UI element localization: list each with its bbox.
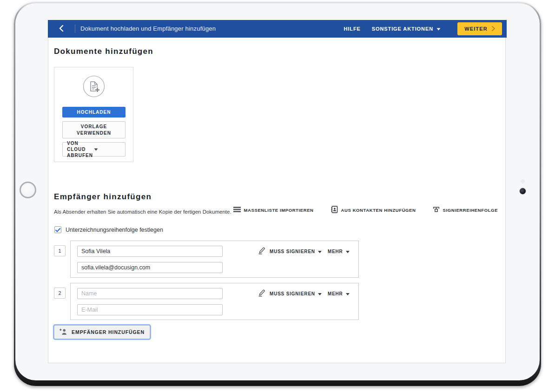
tablet-bezel: Dokument hochladen und Empfänger hinzufü… <box>15 3 540 380</box>
sender-copy-note: Als Absender erhalten Sie automatisch ei… <box>54 209 231 215</box>
recipient-order-badge: 1 <box>54 245 66 256</box>
signing-order-button[interactable]: SIGNIERREIHENFOLGE <box>433 206 498 214</box>
app-header: Dokument hochladen und Empfänger hinzufü… <box>48 20 507 38</box>
recipient-more-dropdown[interactable]: MEHR <box>328 291 350 296</box>
caret-down-icon <box>346 291 350 296</box>
header-actions: HILFE SONSTIGE AKTIONEN WEITER <box>344 20 502 38</box>
chevron-right-icon <box>492 26 495 32</box>
recipient-email-input[interactable] <box>77 304 223 315</box>
pen-icon <box>258 289 266 299</box>
document-upload-card: HOCHLADEN VORLAGE VERWENDEN VON CLOUD AB… <box>54 67 133 162</box>
recipients-heading: Empfänger hinzufügen <box>54 192 152 202</box>
page-title: Dokument hochladen und Empfänger hinzufü… <box>80 20 216 38</box>
signing-order-checkbox-row: Unterzeichnungsreihenfolge festlegen <box>54 226 163 233</box>
recipient-actions-row: MASSENLISTE IMPORTIEREN AUS KONTAKTEN HI… <box>233 206 498 214</box>
caret-down-icon <box>318 249 322 254</box>
signing-order-checkbox-label: Unterzeichnungsreihenfolge festlegen <box>66 227 163 233</box>
recipient-role-dropdown[interactable]: MUSS SIGNIEREN <box>270 291 322 296</box>
recipient-more-dropdown[interactable]: MEHR <box>328 249 350 254</box>
chevron-left-icon <box>59 25 64 33</box>
recipient-role-group: MUSS SIGNIEREN <box>258 288 322 299</box>
tablet-frame: Dokument hochladen und Empfänger hinzufü… <box>14 2 541 386</box>
next-button[interactable]: WEITER <box>457 22 502 35</box>
ambient-sensor-dot <box>521 179 525 183</box>
signing-order-icon <box>433 206 440 214</box>
back-button[interactable] <box>55 24 67 34</box>
recipient-name-input[interactable] <box>77 288 223 299</box>
other-actions-menu[interactable]: SONSTIGE AKTIONEN <box>372 26 441 32</box>
caret-down-icon <box>436 26 441 32</box>
add-recipient-button[interactable]: EMPFÄNGER HINZUFÜGEN <box>54 325 150 339</box>
screenshot-stage: Dokument hochladen und Empfänger hinzufü… <box>0 0 555 392</box>
recipient-row: MUSS SIGNIEREN MEHR <box>70 283 359 320</box>
home-button[interactable] <box>20 182 36 198</box>
envelope-editor-page: Dokument hochladen und Empfänger hinzufü… <box>48 20 506 363</box>
header-divider <box>75 25 75 33</box>
caret-down-icon <box>318 291 322 296</box>
recipient-name-input[interactable] <box>77 246 223 257</box>
recipient-row: MUSS SIGNIEREN MEHR <box>70 241 359 278</box>
use-template-button[interactable]: VORLAGE VERWENDEN <box>62 121 126 138</box>
add-from-contacts-button[interactable]: AUS KONTAKTEN HINZUFÜGEN <box>330 206 416 214</box>
caret-down-icon <box>346 249 350 254</box>
documents-heading: Dokumente hinzufügen <box>54 47 153 56</box>
bulk-list-icon <box>233 207 241 213</box>
recipient-more-group: MEHR <box>328 288 350 299</box>
document-add-icon <box>83 75 105 99</box>
recipient-order-badge: 2 <box>54 287 66 299</box>
recipient-email-input[interactable] <box>77 262 223 273</box>
caret-down-icon <box>94 146 121 152</box>
person-add-icon <box>59 328 67 336</box>
contacts-icon <box>330 206 338 214</box>
pen-icon <box>258 247 266 256</box>
camera-icon <box>520 188 526 194</box>
from-cloud-dropdown[interactable]: VON CLOUD ABRUFEN <box>62 142 126 157</box>
help-button[interactable]: HILFE <box>344 26 360 32</box>
recipient-role-dropdown[interactable]: MUSS SIGNIEREN <box>270 249 322 254</box>
recipient-role-group: MUSS SIGNIEREN <box>258 246 322 257</box>
signing-order-checkbox[interactable] <box>54 226 61 233</box>
import-bulk-list-button[interactable]: MASSENLISTE IMPORTIEREN <box>233 207 314 213</box>
upload-button[interactable]: HOCHLADEN <box>62 107 126 118</box>
check-icon <box>55 226 60 234</box>
recipient-more-group: MEHR <box>328 246 350 257</box>
